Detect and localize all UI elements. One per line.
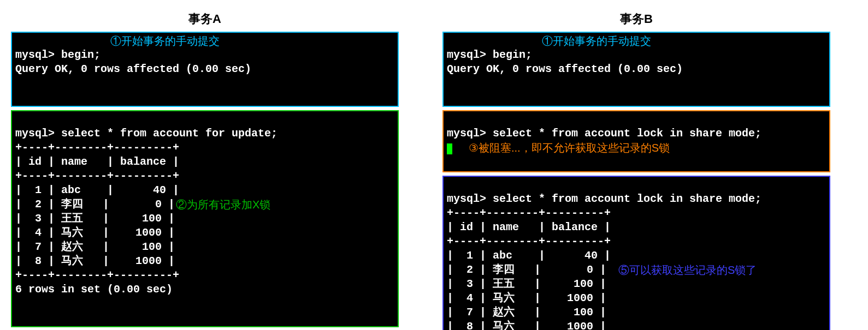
- transaction-a-column: 事务A mysql> begin; Query OK, 0 rows affec…: [11, 11, 399, 330]
- a-row-3: | 3 | 王五 | 100 |: [15, 212, 175, 225]
- a-table-sep: +----+--------+---------+: [15, 269, 179, 281]
- b-row-1: | 1 | abc | 40 |: [447, 249, 611, 262]
- a-select-prompt: mysql> select * from account for update;: [15, 127, 277, 140]
- b-row-2: | 2 | 李四 | 0 |: [447, 263, 606, 276]
- b-blocked-prompt: mysql> select * from account lock in sha…: [447, 127, 761, 140]
- a-begin-block: mysql> begin; Query OK, 0 rows affected …: [11, 32, 399, 107]
- b-table-sep: +----+--------+---------+: [447, 207, 611, 219]
- b-row-6: | 8 | 马六 | 1000 |: [447, 320, 606, 330]
- a-table-sep: +----+--------+---------+: [15, 170, 179, 182]
- b-annot-3: ③被阻塞...，即不允许获取这些记录的S锁: [469, 142, 670, 154]
- b-annot-5: ⑤可以获取这些记录的S锁了: [618, 263, 757, 277]
- b-begin-block: mysql> begin; Query OK, 0 rows affected …: [442, 32, 830, 107]
- b-annot-1: ①开始事务的手动提交: [542, 34, 651, 48]
- b-table-sep: +----+--------+---------+: [447, 235, 611, 248]
- a-select-block: mysql> select * from account for update;…: [11, 110, 399, 327]
- b-table-header: | id | name | balance |: [447, 221, 611, 233]
- a-row-6: | 8 | 马六 | 1000 |: [15, 255, 175, 267]
- b-row-4: | 4 | 马六 | 1000 |: [447, 292, 606, 304]
- a-table-header: | id | name | balance |: [15, 155, 179, 168]
- b-row-3: | 3 | 王五 | 100 |: [447, 278, 606, 290]
- cursor-icon: [447, 143, 452, 154]
- b-select-prompt: mysql> select * from account lock in sha…: [447, 193, 761, 205]
- a-table-sep: +----+--------+---------+: [15, 141, 179, 154]
- b-blocked-block: mysql> select * from account lock in sha…: [442, 110, 830, 172]
- a-row-4: | 4 | 马六 | 1000 |: [15, 226, 175, 239]
- a-annot-1: ①开始事务的手动提交: [110, 34, 220, 48]
- b-select-block: mysql> select * from account lock in sha…: [442, 176, 830, 330]
- a-row-2: | 2 | 李四 | 0 |: [15, 198, 175, 211]
- transaction-b-title: 事务B: [442, 11, 830, 27]
- a-row-1: | 1 | abc | 40 |: [15, 184, 179, 196]
- a-begin-line2: Query OK, 0 rows affected (0.00 sec): [15, 63, 251, 75]
- a-count: 6 rows in set (0.00 sec): [15, 283, 173, 296]
- b-begin-line1: mysql> begin;: [447, 49, 532, 61]
- b-begin-line2: Query OK, 0 rows affected (0.00 sec): [447, 63, 683, 75]
- transaction-a-title: 事务A: [11, 11, 399, 27]
- a-annot-2: ②为所有记录加X锁: [176, 197, 270, 212]
- a-row-5: | 7 | 赵六 | 100 |: [15, 241, 175, 253]
- b-row-5: | 7 | 赵六 | 100 |: [447, 306, 606, 319]
- transaction-b-column: 事务B mysql> begin; Query OK, 0 rows affec…: [442, 11, 830, 330]
- a-begin-line1: mysql> begin;: [15, 49, 101, 61]
